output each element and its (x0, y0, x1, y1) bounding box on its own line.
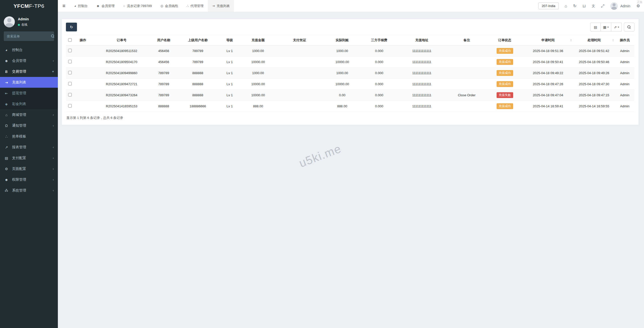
home-icon[interactable]: ⌂ (565, 4, 567, 8)
cell-checkbox (66, 101, 74, 112)
cell-level: Lv 1 (219, 68, 240, 79)
table-header-row: 操作订单号用户名称上级用户名称等级充值金额支付凭证实际到账三方手续费充值地址备注… (66, 35, 634, 45)
chevron-left-icon: ‹ (53, 189, 54, 192)
sidebar-item-notice[interactable]: Ω通知管理‹ (0, 120, 58, 131)
cell-process_time: 2025-04-14 16:59:55 (573, 101, 615, 112)
cell-level: Lv 1 (219, 101, 240, 112)
refresh-button[interactable]: ↻ (66, 23, 77, 31)
sidebar-item-bonus-list[interactable]: ◈彩金列表 (0, 99, 58, 109)
recharge-list-card: ↻ ▤ ▦▾ ⇗▾ 操作订单号用户名称上级用户名称等级充值金额支付凭证实际到账三… (62, 19, 639, 125)
cell-operator: Admin (615, 79, 634, 90)
cell-level: Lv 1 (219, 79, 240, 90)
avatar (4, 16, 15, 27)
cell-status: 充值成功 (487, 57, 523, 68)
status-badge: 充值成功 (497, 103, 513, 109)
tab-label: 流水记录:789789 (127, 4, 152, 8)
columns-button[interactable]: ▦▾ (601, 23, 611, 31)
column-header-label: 操作员 (620, 38, 630, 42)
cell-process_time: 2025-04-18 09:47:30 (573, 79, 615, 90)
cell-username: 456456 (151, 45, 176, 57)
cell-apply_time: 2025-04-18 09:49:22 (523, 68, 573, 79)
cell-checkbox (66, 57, 74, 68)
sidebar-item-label: 提现管理 (12, 91, 26, 96)
cell-action (74, 101, 92, 112)
table-view-button-group: ▤ ▦▾ ⇗▾ (590, 23, 622, 31)
tab-members[interactable]: ☻会员管理 (92, 0, 119, 12)
cell-level: Lv 1 (219, 57, 240, 68)
sidebar-item-system[interactable]: ⁂系统管理‹ (0, 185, 58, 196)
sidebar-search-input[interactable] (7, 34, 51, 38)
export-icon: ⇗ (614, 25, 617, 29)
card-toolbar: ↻ ▤ ▦▾ ⇗▾ (66, 23, 634, 31)
sidebar-item-payment-config[interactable]: ▤支付配置‹ (0, 153, 58, 163)
cell-actual: 10000.00 (323, 79, 361, 90)
sidebar-item-order-template[interactable]: ∴抢单模板 (0, 131, 58, 142)
tab-flow-record[interactable]: ○流水记录:789789 (119, 0, 156, 12)
translate-icon[interactable]: 文 (592, 4, 595, 8)
sidebar-item-members[interactable]: ☻会员管理‹ (0, 55, 58, 66)
dashboard-icon: ◕ (74, 4, 76, 8)
cell-amount: 1000.00 (240, 45, 276, 57)
sidebar-item-label: 控制台 (12, 48, 23, 52)
hamburger-icon[interactable]: ≡ (58, 0, 70, 12)
columns-icon: ▦ (603, 25, 606, 29)
sidebar-item-label: 报表管理 (12, 145, 26, 150)
table-search-button[interactable] (624, 23, 634, 31)
cell-order_no: R2025041809504170 (92, 57, 151, 68)
row-checkbox[interactable] (68, 49, 72, 52)
cell-apply_time: 2025-04-18 09:50:41 (523, 57, 573, 68)
tab-member-wallet[interactable]: ◎会员钱包 (156, 0, 182, 12)
sidebar-item-permission[interactable]: ☻权限管理‹ (0, 174, 58, 185)
column-header-process_time[interactable]: 处理时间▴▾ (573, 35, 615, 45)
cell-order_no: R2025041809473264 (92, 90, 151, 101)
topbar-user-menu[interactable]: Admin (610, 2, 630, 10)
refresh-icon[interactable]: ↻ (573, 4, 576, 8)
sort-desc-icon: ▾ (613, 40, 614, 42)
sort-icon[interactable]: ▴▾ (613, 39, 614, 42)
sort-icon[interactable]: ▴▾ (571, 39, 572, 42)
sign-out-icon: ⇤ (4, 91, 9, 95)
fullscreen-icon[interactable]: ⤢ (601, 4, 604, 8)
license-tag: 正版 (637, 0, 642, 4)
column-header-apply_time[interactable]: 申请时间▴▾ (523, 35, 573, 45)
cell-status: 充值成功 (487, 45, 523, 57)
cell-actual: 0.00 (323, 90, 361, 101)
cell-parent: 188886666 (176, 101, 219, 112)
tab-agent[interactable]: ∴代理管理 (182, 0, 208, 12)
sidebar-item-dashboard[interactable]: ◕控制台 (0, 44, 58, 55)
cell-checkbox (66, 45, 74, 57)
row-checkbox[interactable] (68, 71, 72, 74)
sidebar-item-mall[interactable]: ⌂商城管理‹ (0, 109, 58, 120)
brand-logo[interactable]: YFCMF-TP6 (0, 0, 58, 12)
settings-cogs-icon[interactable]: ⚙ (636, 4, 640, 8)
cell-level: Lv 1 (219, 90, 240, 101)
row-checkbox[interactable] (68, 82, 72, 85)
language-select[interactable]: 207-India (538, 3, 558, 9)
chart-line-icon: ↗ (4, 145, 9, 149)
sidebar-item-page-config[interactable]: ⚙页面配置‹ (0, 163, 58, 174)
record-icon: ○ (123, 4, 125, 8)
tab-dashboard[interactable]: ◕控制台 (70, 0, 92, 12)
row-checkbox[interactable] (68, 93, 72, 97)
toggle-view-button[interactable]: ▤ (590, 23, 601, 31)
cell-actual: 1000.00 (323, 45, 361, 57)
row-checkbox[interactable] (68, 60, 72, 63)
row-checkbox[interactable] (68, 104, 72, 108)
cell-status: 充值成功 (487, 68, 523, 79)
sidebar-item-withdraw[interactable]: ⇤提现管理 (0, 88, 58, 99)
sidebar-item-report[interactable]: ↗报表管理‹ (0, 142, 58, 153)
sidebar-item-recharge-list[interactable]: ⇥充值列表 (0, 77, 58, 88)
sidebar-item-label: 系统管理 (12, 188, 26, 193)
column-header-label: 操作 (80, 38, 86, 42)
tab-recharge-list[interactable]: ⇥充值列表 (208, 0, 234, 12)
column-header-username: 用户名称 (151, 35, 176, 45)
search-icon[interactable] (51, 34, 55, 38)
table-row: R2025041416595153888888188886666Lv 1888.… (66, 101, 634, 112)
column-header-status: 订单状态 (487, 35, 523, 45)
cell-status: 充值失败 (487, 90, 523, 101)
trash-icon[interactable]: ⊔ (583, 4, 586, 8)
sidebar-item-trade[interactable]: Ƀ交易管理▾ (0, 66, 58, 77)
sidebar-item-label: 彩金列表 (12, 102, 26, 106)
select-all-checkbox[interactable] (68, 38, 72, 42)
export-button[interactable]: ⇗▾ (611, 23, 622, 31)
